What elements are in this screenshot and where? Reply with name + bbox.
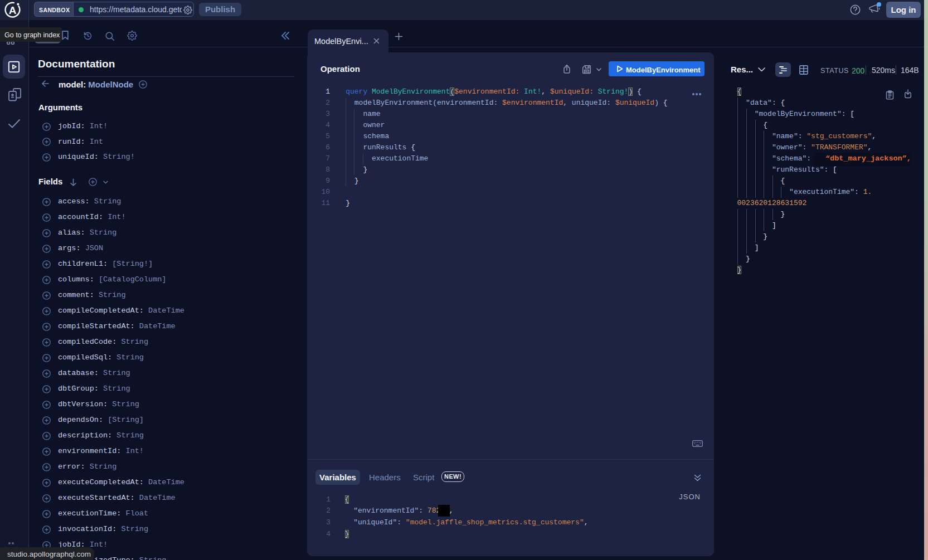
svg-text:A: A [9, 4, 17, 16]
